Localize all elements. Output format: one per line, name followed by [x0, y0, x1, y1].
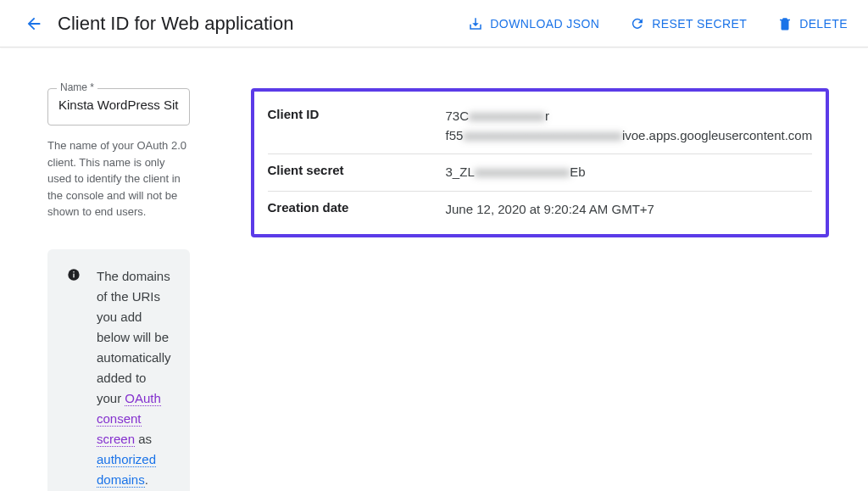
reset-secret-label: RESET SECRET	[652, 17, 747, 31]
client-id-label: Client ID	[268, 107, 446, 121]
info-icon	[66, 268, 81, 490]
name-label: Name *	[57, 81, 97, 93]
client-secret-value: 3_ZLxxxxxxxxxxxxxxxEb	[446, 163, 813, 182]
download-json-button[interactable]: DOWNLOAD JSON	[468, 16, 599, 31]
main-content: Name * The name of your OAuth 2.0 client…	[0, 47, 868, 491]
svg-rect-1	[73, 273, 74, 277]
page-title: Client ID for Web application	[58, 13, 293, 35]
arrow-left-icon	[25, 14, 43, 33]
svg-rect-2	[73, 271, 74, 272]
delete-button[interactable]: DELETE	[777, 16, 848, 31]
name-field-container: Name *	[47, 88, 190, 126]
download-icon	[468, 16, 483, 31]
client-secret-row: Client secret 3_ZLxxxxxxxxxxxxxxxEb	[268, 153, 813, 191]
name-helper-text: The name of your OAuth 2.0 client. This …	[47, 137, 190, 220]
refresh-icon	[630, 16, 645, 31]
back-button[interactable]	[20, 10, 47, 37]
top-actions: DOWNLOAD JSON RESET SECRET DELETE	[468, 16, 848, 31]
creation-date-value: June 12, 2020 at 9:20:24 AM GMT+7	[446, 200, 813, 220]
client-secret-label: Client secret	[268, 163, 446, 177]
delete-label: DELETE	[799, 17, 848, 31]
name-input[interactable]	[58, 98, 179, 112]
client-id-value: 73Cxxxxxxxxxxxxr f55xxxxxxxxxxxxxxxxxxxx…	[446, 107, 813, 145]
left-column: Name * The name of your OAuth 2.0 client…	[47, 88, 190, 491]
credentials-panel: Client ID 73Cxxxxxxxxxxxxr f55xxxxxxxxxx…	[251, 88, 830, 237]
creation-date-row: Creation date June 12, 2020 at 9:20:24 A…	[268, 191, 813, 228]
download-json-label: DOWNLOAD JSON	[490, 17, 599, 31]
trash-icon	[777, 16, 793, 31]
info-callout: The domains of the URIs you add below wi…	[47, 249, 190, 492]
creation-date-label: Creation date	[268, 200, 446, 215]
info-text: The domains of the URIs you add below wi…	[97, 266, 171, 490]
top-bar: Client ID for Web application DOWNLOAD J…	[0, 0, 868, 47]
client-id-row: Client ID 73Cxxxxxxxxxxxxr f55xxxxxxxxxx…	[268, 98, 813, 153]
right-column: Client ID 73Cxxxxxxxxxxxxr f55xxxxxxxxxx…	[251, 88, 830, 491]
reset-secret-button[interactable]: RESET SECRET	[630, 16, 747, 31]
